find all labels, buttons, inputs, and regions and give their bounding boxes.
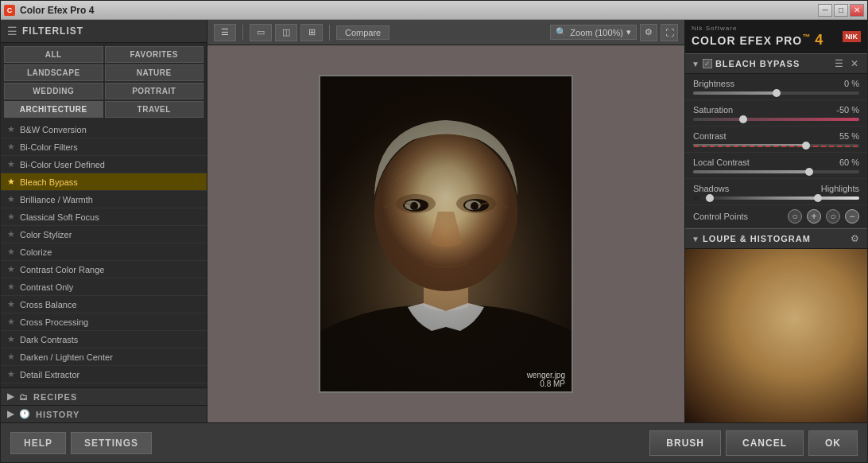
brush-button[interactable]: BRUSH xyxy=(649,430,721,456)
star-icon: ★ xyxy=(7,212,15,222)
nik-header: Nik Software COLOR EFEX PRO™ 4 NIK xyxy=(685,20,867,53)
cat-portrait[interactable]: PORTRAIT xyxy=(105,83,204,99)
filter-bicolor-user[interactable]: ★ Bi-Color User Defined xyxy=(1,156,207,173)
star-icon: ★ xyxy=(7,352,15,362)
effect-close-btn[interactable]: ✕ xyxy=(848,58,861,69)
filter-cross-processing[interactable]: ★ Cross Processing xyxy=(1,313,207,331)
saturation-handle[interactable] xyxy=(739,115,747,123)
filter-contrast-color[interactable]: ★ Contrast Color Range xyxy=(1,261,207,278)
zoom-arrow: ▾ xyxy=(626,27,631,37)
filter-classical[interactable]: ★ Classical Soft Focus xyxy=(1,208,207,226)
cat-landscape[interactable]: LANDSCAPE xyxy=(4,64,103,81)
filter-bicolor[interactable]: ★ Bi-Color Filters xyxy=(1,138,207,156)
right-panel: Nik Software COLOR EFEX PRO™ 4 NIK ▼ ✓ B… xyxy=(684,20,867,422)
filter-darken-lighten[interactable]: ★ Darken / Lighten Center xyxy=(1,348,207,366)
saturation-param: Saturation -50 % xyxy=(685,100,867,126)
maximize-button[interactable]: □ xyxy=(834,4,848,17)
split-view-button[interactable]: ◫ xyxy=(275,24,297,41)
effect-name: BLEACH BYPASS xyxy=(715,59,800,68)
loupe-image xyxy=(685,249,867,422)
sh-labels: Shadows Highlights xyxy=(693,184,859,193)
cp-add-btn[interactable]: + xyxy=(807,209,821,224)
single-view-button[interactable]: ▭ xyxy=(250,24,272,41)
filter-bw-conversion[interactable]: ★ B&W Conversion xyxy=(1,121,207,138)
cancel-button[interactable]: CANCEL xyxy=(726,430,804,456)
filter-brilliance[interactable]: ★ Brilliance / Warmth xyxy=(1,191,207,208)
cp-remove-positive[interactable]: ○ xyxy=(826,209,840,224)
saturation-label-row: Saturation -50 % xyxy=(693,105,859,115)
recipes-icon: 🗂 xyxy=(19,392,29,402)
filter-dark-contrasts[interactable]: ★ Dark Contrasts xyxy=(1,331,207,348)
filter-contrast-only[interactable]: ★ Contrast Only xyxy=(1,278,207,296)
saturation-label: Saturation xyxy=(693,105,733,115)
cat-nature[interactable]: NATURE xyxy=(105,64,204,81)
star-icon: ★ xyxy=(7,317,15,327)
control-points-row: Control Points ○ + ○ − xyxy=(685,205,867,228)
history-section[interactable]: ▶ 🕐 HISTORY xyxy=(1,405,207,422)
filter-label: Contrast Color Range xyxy=(20,265,104,274)
help-button[interactable]: HELP xyxy=(10,432,66,454)
cat-favorites[interactable]: FAVORITES xyxy=(105,46,204,63)
filter-detail-extractor[interactable]: ★ Detail Extractor xyxy=(1,366,207,383)
zoom-control[interactable]: 🔍 Zoom (100%) ▾ xyxy=(550,25,637,40)
zoom-icon: 🔍 xyxy=(556,27,567,37)
separator xyxy=(242,25,243,41)
filter-bleach-bypass[interactable]: ★ Bleach Bypass xyxy=(1,173,207,191)
titlebar-left: C Color Efex Pro 4 xyxy=(4,5,94,16)
collapse-arrow[interactable]: ▼ xyxy=(692,60,699,68)
filter-colorize[interactable]: ★ Colorize xyxy=(1,243,207,261)
compare-button[interactable]: Compare xyxy=(336,25,389,40)
filter-cross-balance[interactable]: ★ Cross Balance xyxy=(1,296,207,313)
loupe-settings-btn[interactable]: ⚙ xyxy=(848,233,861,244)
local-contrast-fill xyxy=(693,170,809,173)
main-window: C Color Efex Pro 4 ─ □ ✕ ☰ FILTERLIST AL… xyxy=(0,0,868,463)
contrast-label: Contrast xyxy=(693,131,727,141)
filter-label: Cross Processing xyxy=(20,317,88,327)
settings-icon-btn[interactable]: ⚙ xyxy=(640,24,657,41)
brightness-track xyxy=(693,91,859,95)
star-icon: ★ xyxy=(7,247,15,257)
settings-button[interactable]: SETTINGS xyxy=(71,432,152,454)
close-button[interactable]: ✕ xyxy=(850,4,864,17)
filesize: 0.8 MP xyxy=(527,379,565,388)
cat-wedding[interactable]: WEDDING xyxy=(4,83,103,99)
cp-controls: ○ + ○ − xyxy=(788,209,859,224)
cp-remove-btn[interactable]: − xyxy=(845,209,859,224)
filter-label: Bi-Color Filters xyxy=(20,142,78,152)
filter-list: ★ B&W Conversion ★ Bi-Color Filters ★ Bi… xyxy=(1,121,207,387)
nav-button[interactable]: ☰ xyxy=(214,24,236,41)
cat-architecture[interactable]: ARCHITECTURE xyxy=(4,101,103,118)
highlights-handle[interactable] xyxy=(814,194,822,202)
local-contrast-track xyxy=(693,170,859,173)
brightness-fill xyxy=(693,91,777,95)
cat-travel[interactable]: TRAVEL xyxy=(105,101,204,118)
contrast-handle[interactable] xyxy=(802,142,810,150)
ok-button[interactable]: OK xyxy=(808,430,858,456)
brightness-label: Brightness xyxy=(693,79,734,88)
star-icon: ★ xyxy=(7,177,15,187)
nik-logo: Nik Software COLOR EFEX PRO™ 4 xyxy=(692,25,823,49)
cp-add-positive[interactable]: ○ xyxy=(788,209,802,224)
minimize-button[interactable]: ─ xyxy=(818,4,832,17)
loupe-arrow[interactable]: ▼ xyxy=(692,235,699,243)
filter-label: Color Stylizer xyxy=(20,230,72,239)
saturation-track xyxy=(693,118,859,121)
fullscreen-button[interactable]: ⛶ xyxy=(661,24,678,41)
recipes-section[interactable]: ▶ 🗂 RECIPES xyxy=(1,387,207,405)
star-icon: ★ xyxy=(7,282,15,292)
contrast-param: Contrast 55 % xyxy=(685,126,867,153)
brightness-handle[interactable] xyxy=(773,89,781,97)
contrast-label-row: Contrast 55 % xyxy=(693,131,859,141)
effect-header: ▼ ✓ BLEACH BYPASS ☰ ✕ xyxy=(685,53,867,74)
effect-menu-btn[interactable]: ☰ xyxy=(832,58,845,69)
shadows-handle[interactable] xyxy=(706,194,714,202)
filterlist-header: ☰ FILTERLIST xyxy=(1,20,207,43)
dual-view-button[interactable]: ⊞ xyxy=(300,24,323,41)
filter-label: Colorize xyxy=(20,247,52,257)
local-contrast-handle[interactable] xyxy=(805,168,813,176)
shadows-highlights: Shadows Highlights xyxy=(685,179,867,205)
filter-color-stylizer[interactable]: ★ Color Stylizer xyxy=(1,226,207,243)
cat-all[interactable]: ALL xyxy=(4,46,103,63)
effect-checkbox[interactable]: ✓ xyxy=(703,59,712,68)
saturation-value: -50 % xyxy=(836,105,859,115)
